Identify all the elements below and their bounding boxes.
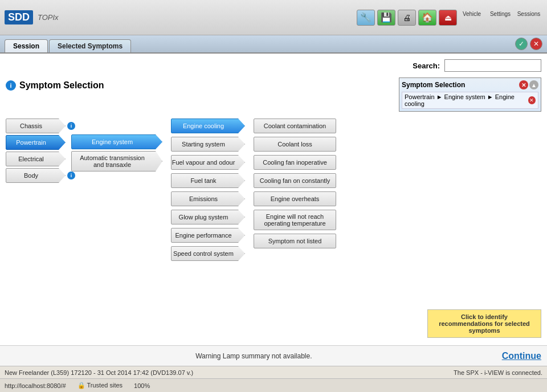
logo-area: SDD TOPIx <box>5 10 59 24</box>
trusted-sites: 🔒 Trusted sites <box>77 382 123 389</box>
chassis-btn[interactable]: Chassis <box>6 119 66 133</box>
cooling-fan-inop-btn[interactable]: Cooling fan inoperative <box>254 155 336 170</box>
body-btn[interactable]: Body <box>6 168 66 183</box>
nav-settings[interactable]: Settings <box>487 11 514 26</box>
level3-column: Engine cooling Starting system Fuel vapo… <box>171 119 254 261</box>
browser-bar: http://localhost:8080/# 🔒 Trusted sites … <box>0 378 547 392</box>
no-reach-temp-btn[interactable]: Engine will not reach operating temperat… <box>254 210 336 230</box>
tab-icon-green[interactable]: ✓ <box>515 38 528 50</box>
search-input[interactable] <box>444 59 541 72</box>
bottom-bar: Warning Lamp summary not available. Cont… <box>0 345 547 366</box>
connection-status: The SPX - i-VIEW is connected. <box>454 369 542 376</box>
auto-trans-row: Automatic transmission and transaxle <box>71 151 162 172</box>
tooltip-box: Click to identify recommendations for se… <box>427 309 541 338</box>
symptom-not-listed-btn[interactable]: Symptom not listed <box>254 234 336 248</box>
content-wrapper: i Symptom Selection Search: Symptom Sele… <box>0 54 547 392</box>
toolbar-icon-exit[interactable]: ⏏ <box>439 10 457 26</box>
body-info-icon[interactable]: i <box>67 172 75 179</box>
toolbar-icon-2[interactable]: 💾 <box>377 10 395 26</box>
header-row: i Symptom Selection Search: Symptom Sele… <box>6 59 541 112</box>
body-row: Body i <box>6 168 75 183</box>
toolbar-icon-home[interactable]: 🏠 <box>418 10 436 26</box>
inner-content: i Symptom Selection Search: Symptom Sele… <box>0 54 547 392</box>
powertrain-row: Powertrain <box>6 135 66 150</box>
search-area: Search: Symptom Selection ✕ ▲ Powertrain… <box>399 59 541 112</box>
browser-url: http://localhost:8080/# <box>5 382 66 389</box>
search-bar: Search: <box>413 59 541 72</box>
breadcrumb-remove[interactable]: ✕ <box>528 96 536 104</box>
chassis-info-icon[interactable]: i <box>67 122 75 130</box>
app-subtitle: TOPIx <box>38 13 59 22</box>
coolant-contam-row: Coolant contamination <box>254 119 336 133</box>
cooling-fan-const-btn[interactable]: Cooling fan on constantly <box>254 173 336 188</box>
breadcrumb: Powertrain ► Engine system ► Engine cool… <box>402 92 538 109</box>
search-panel-expand[interactable]: ▲ <box>529 80 538 89</box>
search-panel-icons: ✕ ▲ <box>519 80 538 89</box>
no-reach-temp-row: Engine will not reach operating temperat… <box>254 210 336 230</box>
tab-icons: ✓ ✕ <box>515 38 542 52</box>
starting-system-btn[interactable]: Starting system <box>171 137 245 152</box>
nav-sessions[interactable]: Sessions <box>515 11 542 26</box>
continue-button[interactable]: Continue <box>502 351 541 361</box>
electrical-row: Electrical <box>6 152 66 166</box>
engine-system-row: Engine system <box>71 134 162 149</box>
search-panel-title: Symptom Selection ✕ ▲ <box>402 80 538 89</box>
search-panel-close[interactable]: ✕ <box>519 80 528 89</box>
level2-column: Engine system Automatic transmission and… <box>71 134 171 172</box>
page-info-icon[interactable]: i <box>6 80 16 91</box>
cooling-fan-inop-row: Cooling fan inoperative <box>254 155 336 170</box>
engine-perf-btn[interactable]: Engine performance <box>171 228 245 243</box>
speed-ctrl-btn-row: Speed control system <box>171 246 245 261</box>
top-nav-icons: 🔧 💾 🖨 🏠 ⏏ Vehicle Settings Sessi <box>357 10 542 26</box>
search-label: Search: <box>413 62 440 70</box>
coolant-contam-btn[interactable]: Coolant contamination <box>254 119 336 133</box>
level4-column: Coolant contamination Coolant loss Cooli… <box>254 119 342 248</box>
level1-column: Chassis i Powertrain Electrical Body i <box>6 119 71 183</box>
glow-plug-btn[interactable]: Glow plug system <box>171 210 245 224</box>
coolant-loss-row: Coolant loss <box>254 137 336 152</box>
status-bar: New Freelander (L359) 172120 - 31 Oct 20… <box>0 366 547 378</box>
starting-system-btn-row: Starting system <box>171 137 245 152</box>
logo: SDD <box>5 10 33 24</box>
electrical-btn[interactable]: Electrical <box>6 152 66 166</box>
engine-system-btn[interactable]: Engine system <box>71 134 162 149</box>
page-title: Symptom Selection <box>19 80 104 91</box>
tab-icon-red[interactable]: ✕ <box>530 38 542 50</box>
symptom-not-listed-row: Symptom not listed <box>254 234 336 248</box>
powertrain-btn[interactable]: Powertrain <box>6 135 66 150</box>
engine-cooling-btn[interactable]: Engine cooling <box>171 119 245 133</box>
emissions-btn[interactable]: Emissions <box>171 191 245 206</box>
zoom-level: 100% <box>134 382 150 389</box>
glow-plug-btn-row: Glow plug system <box>171 210 245 224</box>
chassis-row: Chassis i <box>6 119 75 133</box>
breadcrumb-text: Powertrain ► Engine system ► Engine cool… <box>405 93 527 107</box>
engine-cooling-btn-row: Engine cooling <box>171 119 245 133</box>
toolbar-icon-1[interactable]: 🔧 <box>357 10 375 26</box>
top-bar: SDD TOPIx 🔧 💾 🖨 🏠 ⏏ Vehicle <box>0 0 547 35</box>
cooling-fan-const-row: Cooling fan on constantly <box>254 173 336 188</box>
engine-overheats-row: Engine overheats <box>254 191 336 206</box>
search-panel: Symptom Selection ✕ ▲ Powertrain ► Engin… <box>399 77 541 112</box>
engine-perf-btn-row: Engine performance <box>171 228 245 243</box>
tabs: Session Selected Symptoms <box>5 39 131 52</box>
nav-vehicle[interactable]: Vehicle <box>458 11 485 26</box>
speed-ctrl-btn[interactable]: Speed control system <box>171 246 245 261</box>
tab-session[interactable]: Session <box>5 39 48 52</box>
fuel-vapour-btn[interactable]: Fuel vapour and odour <box>171 155 245 170</box>
toolbar-icon-print[interactable]: 🖨 <box>398 10 416 26</box>
columns-area: Chassis i Powertrain Electrical Body i E… <box>6 119 541 261</box>
fuel-vapour-btn-row: Fuel vapour and odour <box>171 155 245 170</box>
auto-trans-btn[interactable]: Automatic transmission and transaxle <box>71 151 162 172</box>
coolant-loss-btn[interactable]: Coolant loss <box>254 137 336 152</box>
vehicle-info: New Freelander (L359) 172120 - 31 Oct 20… <box>5 369 193 376</box>
emissions-btn-row: Emissions <box>171 191 245 206</box>
tab-bar: Session Selected Symptoms ✓ ✕ <box>0 35 547 54</box>
fuel-tank-btn[interactable]: Fuel tank <box>171 173 245 188</box>
engine-overheats-btn[interactable]: Engine overheats <box>254 191 336 206</box>
fuel-tank-btn-row: Fuel tank <box>171 173 245 188</box>
warning-text: Warning Lamp summary not available. <box>6 352 502 360</box>
tab-selected-symptoms[interactable]: Selected Symptoms <box>49 39 131 52</box>
